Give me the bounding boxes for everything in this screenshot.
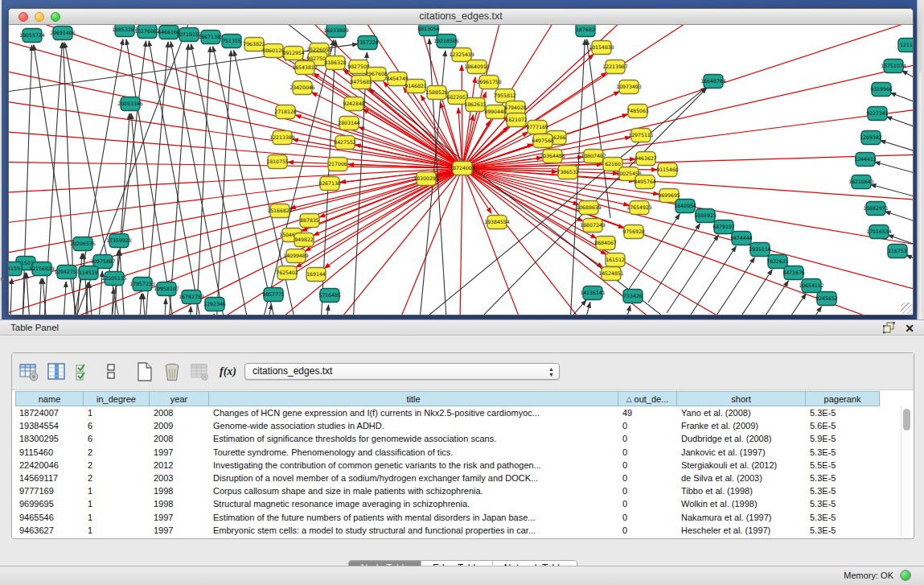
network-node[interactable]: 114519 — [79, 266, 98, 280]
window-titlebar[interactable]: citations_edges.txt — [9, 9, 913, 25]
network-node[interactable]: 12213987 — [602, 60, 628, 74]
network-node[interactable]: 1244413 — [854, 153, 877, 167]
network-node[interactable]: 12505135 — [101, 272, 127, 286]
network-node[interactable]: 2803144 — [338, 117, 360, 130]
network-node[interactable]: 8186328 — [324, 56, 347, 70]
network-node[interactable]: 14524851 — [598, 267, 624, 281]
table-row[interactable]: 1938455462009Genome-wide association stu… — [15, 419, 896, 432]
column-header-year[interactable]: year — [150, 391, 209, 406]
column-header-title[interactable]: title — [209, 391, 618, 406]
network-node[interactable]: 18300295 — [413, 172, 439, 186]
network-node[interactable]: 10958107 — [154, 282, 179, 296]
network-node[interactable]: 10654112 — [799, 279, 824, 293]
network-node[interactable]: 7386532 — [556, 166, 579, 179]
table-vertical-scrollbar[interactable] — [901, 406, 911, 537]
network-node[interactable]: 1862615 — [464, 98, 487, 112]
row-check-icon[interactable] — [72, 360, 96, 384]
table-row[interactable]: 911546021997Tourette syndrome. Phenomeno… — [15, 446, 896, 459]
network-node[interactable]: 18640910 — [464, 60, 490, 74]
network-node[interactable]: 8990448 — [484, 105, 507, 119]
network-node[interactable]: 18807249 — [580, 219, 606, 233]
table-row[interactable]: 977716911998Corpus callosum shape and si… — [15, 484, 896, 497]
network-node[interactable]: 9329966 — [870, 83, 893, 97]
network-node[interactable]: 20364486 — [540, 150, 565, 163]
network-node[interactable]: 15692971 — [863, 202, 889, 216]
network-node[interactable]: 16648784 — [700, 75, 726, 89]
table-row[interactable]: 1456911722003Disruption of a novel membe… — [15, 472, 896, 484]
network-node-hub[interactable]: 18724007 — [450, 162, 475, 175]
network-canvas[interactable]: 7963822886012889129542522605898275051654… — [9, 25, 913, 315]
network-node[interactable]: 20691406 — [50, 27, 76, 40]
network-node[interactable]: 733426 — [623, 290, 643, 303]
stacked-rows-icon[interactable] — [99, 360, 123, 384]
network-node[interactable]: 9146821 — [405, 80, 427, 93]
network-node[interactable]: 15166827 — [267, 204, 293, 218]
network-node[interactable]: 1588520 — [425, 86, 448, 100]
network-node[interactable]: 20206576 — [70, 237, 96, 251]
network-node[interactable]: 10807487 — [581, 150, 606, 163]
network-node[interactable]: 16543812 — [292, 61, 318, 75]
network-node[interactable]: 116753 — [888, 245, 907, 258]
network-node[interactable]: 10973493 — [616, 80, 642, 94]
network-node[interactable]: 1292346 — [203, 298, 226, 311]
panel-collapse-arrow-icon[interactable]: ▸ — [1, 274, 5, 282]
table-row[interactable]: 946554611997Estimation of the future num… — [15, 511, 896, 524]
network-node[interactable]: 16210643 — [848, 175, 874, 189]
network-node[interactable]: 17359928 — [106, 234, 132, 248]
network-node[interactable]: 10853287 — [112, 25, 138, 37]
network-node[interactable]: 12156829 — [29, 262, 55, 276]
network-node[interactable]: 19384554 — [484, 216, 510, 229]
network-node[interactable]: 187682 — [576, 25, 595, 37]
memory-ok-indicator-icon[interactable] — [900, 570, 911, 581]
network-node[interactable]: 7625402 — [276, 266, 298, 280]
close-panel-icon[interactable]: ✕ — [905, 323, 914, 334]
network-node[interactable]: 8427552 — [334, 136, 356, 150]
network-node[interactable]: 17654923 — [626, 201, 652, 215]
network-graph[interactable]: 7963822886012889129542522605898275051654… — [9, 25, 913, 315]
new-document-icon[interactable] — [133, 360, 157, 384]
network-node[interactable]: 19055724 — [19, 29, 45, 43]
network-node[interactable]: 10154838 — [589, 41, 614, 55]
network-node[interactable]: 17957233 — [129, 278, 155, 291]
network-node[interactable]: 16782759 — [179, 290, 204, 304]
column-header-out_de[interactable]: △out_de... — [618, 391, 677, 406]
network-node[interactable]: 16671385 — [198, 31, 224, 44]
network-node[interactable]: 2935114 — [749, 243, 771, 257]
network-node[interactable]: 15276062 — [134, 25, 160, 39]
network-node[interactable]: 9242848 — [343, 97, 365, 111]
network-node[interactable]: 5938923 — [694, 209, 717, 223]
network-node[interactable]: 8860128 — [262, 44, 285, 58]
scrollbar-thumb[interactable] — [903, 409, 910, 431]
network-node[interactable]: 6497568 — [532, 134, 554, 148]
network-node[interactable]: 16961758 — [476, 76, 502, 89]
network-node[interactable]: 20053346 — [117, 97, 143, 111]
function-builder-icon[interactable]: f(x) — [220, 365, 236, 378]
network-node[interactable]: 9463627 — [634, 152, 657, 166]
network-node[interactable]: 10688639 — [576, 201, 602, 215]
column-header-pagerank[interactable]: pagerank — [806, 391, 880, 406]
network-node[interactable]: 2718126 — [274, 105, 297, 119]
network-node[interactable]: 12117 — [898, 39, 913, 52]
network-node[interactable]: 1810755 — [266, 155, 289, 169]
network-node[interactable]: 5716485 — [318, 289, 341, 303]
network-node[interactable]: 14136141 — [580, 286, 606, 300]
table-row[interactable]: 1830029562008Estimation of significance … — [15, 432, 896, 445]
network-node[interactable]: 12975115 — [628, 129, 654, 142]
window-resize-grip[interactable] — [901, 303, 912, 314]
network-node[interactable]: 7485063 — [626, 105, 649, 118]
table-row[interactable]: 2242004622012Investigating the contribut… — [15, 459, 896, 472]
network-node[interactable]: 23420046 — [290, 81, 315, 95]
network-node[interactable]: 161512 — [606, 253, 625, 267]
network-node[interactable]: 1640954 — [674, 200, 696, 213]
network-node[interactable]: 33159 — [9, 262, 22, 276]
table-settings-icon[interactable] — [17, 360, 41, 384]
network-node[interactable]: 9474444 — [730, 232, 753, 245]
network-node[interactable]: 217006 — [328, 158, 347, 171]
column-header-name[interactable]: name — [15, 391, 84, 406]
table-row[interactable]: 946362711997Embryonic stem cells: a mode… — [15, 524, 896, 537]
table-row[interactable]: 969969511998Structural magnetic resonanc… — [15, 497, 896, 510]
network-node[interactable]: 8912954 — [282, 47, 305, 60]
column-header-short[interactable]: short — [677, 391, 806, 406]
network-node[interactable]: 9245652 — [815, 292, 838, 306]
network-node[interactable]: 7357224 — [356, 36, 379, 50]
